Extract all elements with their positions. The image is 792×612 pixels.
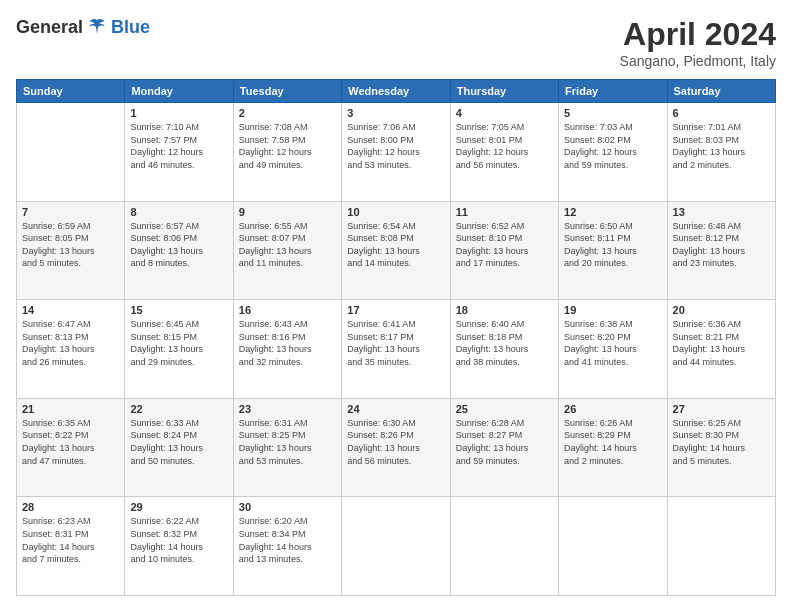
day-info: Sunrise: 6:23 AMSunset: 8:31 PMDaylight:… <box>22 515 119 565</box>
day-number: 2 <box>239 107 336 119</box>
page: General Blue April 2024 Sangano, Piedmon… <box>0 0 792 612</box>
day-info: Sunrise: 6:35 AMSunset: 8:22 PMDaylight:… <box>22 417 119 467</box>
calendar-week-4: 21Sunrise: 6:35 AMSunset: 8:22 PMDayligh… <box>17 398 776 497</box>
day-info: Sunrise: 7:05 AMSunset: 8:01 PMDaylight:… <box>456 121 553 171</box>
day-info: Sunrise: 6:31 AMSunset: 8:25 PMDaylight:… <box>239 417 336 467</box>
day-number: 26 <box>564 403 661 415</box>
calendar-day-7: 7Sunrise: 6:59 AMSunset: 8:05 PMDaylight… <box>17 201 125 300</box>
day-info: Sunrise: 6:40 AMSunset: 8:18 PMDaylight:… <box>456 318 553 368</box>
calendar-week-2: 7Sunrise: 6:59 AMSunset: 8:05 PMDaylight… <box>17 201 776 300</box>
day-info: Sunrise: 7:03 AMSunset: 8:02 PMDaylight:… <box>564 121 661 171</box>
calendar-day-5: 5Sunrise: 7:03 AMSunset: 8:02 PMDaylight… <box>559 103 667 202</box>
day-number: 3 <box>347 107 444 119</box>
day-number: 24 <box>347 403 444 415</box>
empty-cell <box>17 103 125 202</box>
day-info: Sunrise: 6:50 AMSunset: 8:11 PMDaylight:… <box>564 220 661 270</box>
day-number: 12 <box>564 206 661 218</box>
day-number: 16 <box>239 304 336 316</box>
day-number: 25 <box>456 403 553 415</box>
calendar-day-15: 15Sunrise: 6:45 AMSunset: 8:15 PMDayligh… <box>125 300 233 399</box>
day-info: Sunrise: 6:36 AMSunset: 8:21 PMDaylight:… <box>673 318 770 368</box>
title-block: April 2024 Sangano, Piedmont, Italy <box>620 16 776 69</box>
calendar-table: SundayMondayTuesdayWednesdayThursdayFrid… <box>16 79 776 596</box>
day-header-sunday: Sunday <box>17 80 125 103</box>
calendar-day-27: 27Sunrise: 6:25 AMSunset: 8:30 PMDayligh… <box>667 398 775 497</box>
day-number: 1 <box>130 107 227 119</box>
calendar-day-17: 17Sunrise: 6:41 AMSunset: 8:17 PMDayligh… <box>342 300 450 399</box>
month-title: April 2024 <box>620 16 776 53</box>
calendar-day-16: 16Sunrise: 6:43 AMSunset: 8:16 PMDayligh… <box>233 300 341 399</box>
calendar-day-6: 6Sunrise: 7:01 AMSunset: 8:03 PMDaylight… <box>667 103 775 202</box>
calendar-header-row: SundayMondayTuesdayWednesdayThursdayFrid… <box>17 80 776 103</box>
calendar-day-10: 10Sunrise: 6:54 AMSunset: 8:08 PMDayligh… <box>342 201 450 300</box>
day-info: Sunrise: 6:59 AMSunset: 8:05 PMDaylight:… <box>22 220 119 270</box>
calendar-day-12: 12Sunrise: 6:50 AMSunset: 8:11 PMDayligh… <box>559 201 667 300</box>
calendar-day-2: 2Sunrise: 7:08 AMSunset: 7:58 PMDaylight… <box>233 103 341 202</box>
day-info: Sunrise: 6:20 AMSunset: 8:34 PMDaylight:… <box>239 515 336 565</box>
day-info: Sunrise: 6:38 AMSunset: 8:20 PMDaylight:… <box>564 318 661 368</box>
calendar-day-11: 11Sunrise: 6:52 AMSunset: 8:10 PMDayligh… <box>450 201 558 300</box>
day-info: Sunrise: 6:43 AMSunset: 8:16 PMDaylight:… <box>239 318 336 368</box>
day-number: 13 <box>673 206 770 218</box>
calendar-day-3: 3Sunrise: 7:06 AMSunset: 8:00 PMDaylight… <box>342 103 450 202</box>
day-info: Sunrise: 6:52 AMSunset: 8:10 PMDaylight:… <box>456 220 553 270</box>
day-info: Sunrise: 6:57 AMSunset: 8:06 PMDaylight:… <box>130 220 227 270</box>
day-number: 11 <box>456 206 553 218</box>
empty-cell <box>450 497 558 596</box>
day-number: 7 <box>22 206 119 218</box>
calendar-day-9: 9Sunrise: 6:55 AMSunset: 8:07 PMDaylight… <box>233 201 341 300</box>
day-header-tuesday: Tuesday <box>233 80 341 103</box>
day-number: 10 <box>347 206 444 218</box>
logo-bird-icon <box>86 16 108 38</box>
day-number: 17 <box>347 304 444 316</box>
day-info: Sunrise: 6:48 AMSunset: 8:12 PMDaylight:… <box>673 220 770 270</box>
calendar-day-30: 30Sunrise: 6:20 AMSunset: 8:34 PMDayligh… <box>233 497 341 596</box>
calendar-day-23: 23Sunrise: 6:31 AMSunset: 8:25 PMDayligh… <box>233 398 341 497</box>
calendar-day-28: 28Sunrise: 6:23 AMSunset: 8:31 PMDayligh… <box>17 497 125 596</box>
day-number: 30 <box>239 501 336 513</box>
header: General Blue April 2024 Sangano, Piedmon… <box>16 16 776 69</box>
day-header-wednesday: Wednesday <box>342 80 450 103</box>
day-info: Sunrise: 6:55 AMSunset: 8:07 PMDaylight:… <box>239 220 336 270</box>
calendar-day-25: 25Sunrise: 6:28 AMSunset: 8:27 PMDayligh… <box>450 398 558 497</box>
calendar-day-21: 21Sunrise: 6:35 AMSunset: 8:22 PMDayligh… <box>17 398 125 497</box>
calendar-day-20: 20Sunrise: 6:36 AMSunset: 8:21 PMDayligh… <box>667 300 775 399</box>
day-number: 28 <box>22 501 119 513</box>
day-info: Sunrise: 7:08 AMSunset: 7:58 PMDaylight:… <box>239 121 336 171</box>
day-number: 6 <box>673 107 770 119</box>
day-number: 9 <box>239 206 336 218</box>
calendar-day-24: 24Sunrise: 6:30 AMSunset: 8:26 PMDayligh… <box>342 398 450 497</box>
day-info: Sunrise: 6:22 AMSunset: 8:32 PMDaylight:… <box>130 515 227 565</box>
calendar-day-8: 8Sunrise: 6:57 AMSunset: 8:06 PMDaylight… <box>125 201 233 300</box>
day-info: Sunrise: 6:28 AMSunset: 8:27 PMDaylight:… <box>456 417 553 467</box>
location: Sangano, Piedmont, Italy <box>620 53 776 69</box>
calendar-day-4: 4Sunrise: 7:05 AMSunset: 8:01 PMDaylight… <box>450 103 558 202</box>
day-number: 20 <box>673 304 770 316</box>
day-info: Sunrise: 7:10 AMSunset: 7:57 PMDaylight:… <box>130 121 227 171</box>
calendar-week-3: 14Sunrise: 6:47 AMSunset: 8:13 PMDayligh… <box>17 300 776 399</box>
day-info: Sunrise: 6:33 AMSunset: 8:24 PMDaylight:… <box>130 417 227 467</box>
day-number: 14 <box>22 304 119 316</box>
day-number: 4 <box>456 107 553 119</box>
day-number: 29 <box>130 501 227 513</box>
calendar-day-19: 19Sunrise: 6:38 AMSunset: 8:20 PMDayligh… <box>559 300 667 399</box>
logo: General Blue <box>16 16 150 38</box>
calendar-week-5: 28Sunrise: 6:23 AMSunset: 8:31 PMDayligh… <box>17 497 776 596</box>
day-header-monday: Monday <box>125 80 233 103</box>
day-info: Sunrise: 7:06 AMSunset: 8:00 PMDaylight:… <box>347 121 444 171</box>
day-info: Sunrise: 6:25 AMSunset: 8:30 PMDaylight:… <box>673 417 770 467</box>
calendar-day-26: 26Sunrise: 6:26 AMSunset: 8:29 PMDayligh… <box>559 398 667 497</box>
calendar-day-22: 22Sunrise: 6:33 AMSunset: 8:24 PMDayligh… <box>125 398 233 497</box>
day-number: 23 <box>239 403 336 415</box>
day-number: 18 <box>456 304 553 316</box>
day-header-saturday: Saturday <box>667 80 775 103</box>
day-info: Sunrise: 6:41 AMSunset: 8:17 PMDaylight:… <box>347 318 444 368</box>
logo-general: General <box>16 17 83 38</box>
day-info: Sunrise: 6:45 AMSunset: 8:15 PMDaylight:… <box>130 318 227 368</box>
empty-cell <box>342 497 450 596</box>
day-number: 19 <box>564 304 661 316</box>
day-number: 21 <box>22 403 119 415</box>
day-info: Sunrise: 6:54 AMSunset: 8:08 PMDaylight:… <box>347 220 444 270</box>
logo-blue: Blue <box>111 17 150 38</box>
calendar-day-14: 14Sunrise: 6:47 AMSunset: 8:13 PMDayligh… <box>17 300 125 399</box>
